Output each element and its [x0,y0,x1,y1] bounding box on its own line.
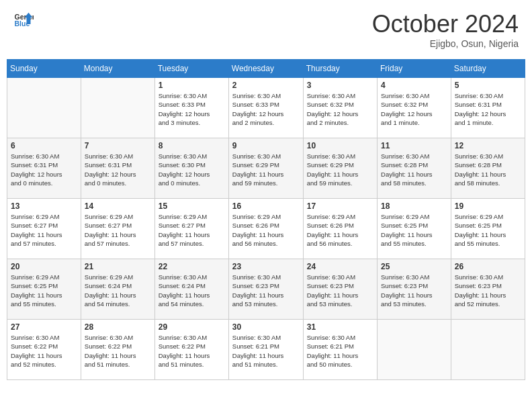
calendar-cell: 5Sunrise: 6:30 AM Sunset: 6:31 PM Daylig… [451,78,525,138]
calendar-cell: 22Sunrise: 6:30 AM Sunset: 6:24 PM Dayli… [154,259,228,320]
day-info: Sunrise: 6:29 AM Sunset: 6:26 PM Dayligh… [232,212,300,248]
calendar-cell: 11Sunrise: 6:30 AM Sunset: 6:28 PM Dayli… [378,138,451,199]
day-number: 2 [232,81,300,90]
day-number: 19 [455,201,521,211]
day-number: 25 [381,262,447,271]
col-header-wednesday: Wednesday [228,60,303,78]
calendar-cell: 14Sunrise: 6:29 AM Sunset: 6:27 PM Dayli… [81,199,154,259]
day-info: Sunrise: 6:30 AM Sunset: 6:24 PM Dayligh… [159,273,225,308]
calendar-cell: 4Sunrise: 6:30 AM Sunset: 6:32 PM Daylig… [378,78,451,138]
day-info: Sunrise: 6:30 AM Sunset: 6:23 PM Dayligh… [455,273,521,308]
day-info: Sunrise: 6:29 AM Sunset: 6:25 PM Dayligh… [455,212,521,248]
calendar-cell: 1Sunrise: 6:30 AM Sunset: 6:33 PM Daylig… [154,78,228,138]
day-number: 13 [11,201,77,211]
calendar-cell: 15Sunrise: 6:29 AM Sunset: 6:27 PM Dayli… [154,199,228,259]
day-info: Sunrise: 6:30 AM Sunset: 6:23 PM Dayligh… [381,273,447,308]
calendar-cell: 24Sunrise: 6:30 AM Sunset: 6:23 PM Dayli… [303,259,377,320]
day-info: Sunrise: 6:30 AM Sunset: 6:31 PM Dayligh… [85,152,151,187]
day-number: 3 [307,81,373,90]
col-header-monday: Monday [81,60,154,78]
day-number: 30 [232,322,300,332]
calendar-cell: 10Sunrise: 6:30 AM Sunset: 6:29 PM Dayli… [303,138,377,199]
calendar-cell: 21Sunrise: 6:29 AM Sunset: 6:24 PM Dayli… [81,259,154,320]
day-info: Sunrise: 6:30 AM Sunset: 6:33 PM Dayligh… [232,91,300,127]
calendar-cell: 28Sunrise: 6:30 AM Sunset: 6:22 PM Dayli… [81,320,154,380]
day-number: 15 [159,201,225,211]
col-header-thursday: Thursday [303,60,377,78]
location-subtitle: Ejigbo, Osun, Nigeria [372,38,519,49]
day-number: 21 [85,262,151,271]
day-number: 17 [307,201,373,211]
day-info: Sunrise: 6:29 AM Sunset: 6:26 PM Dayligh… [307,212,373,248]
day-number: 8 [159,141,225,150]
day-info: Sunrise: 6:30 AM Sunset: 6:22 PM Dayligh… [159,333,225,369]
day-info: Sunrise: 6:29 AM Sunset: 6:25 PM Dayligh… [11,273,77,308]
day-number: 6 [11,141,77,150]
col-header-sunday: Sunday [7,60,81,78]
day-number: 4 [381,81,447,90]
day-info: Sunrise: 6:30 AM Sunset: 6:23 PM Dayligh… [307,273,373,308]
col-header-friday: Friday [378,60,451,78]
day-info: Sunrise: 6:30 AM Sunset: 6:32 PM Dayligh… [381,91,447,127]
day-info: Sunrise: 6:30 AM Sunset: 6:31 PM Dayligh… [455,91,521,127]
calendar-cell [451,320,525,380]
day-info: Sunrise: 6:30 AM Sunset: 6:28 PM Dayligh… [455,152,521,187]
day-info: Sunrise: 6:30 AM Sunset: 6:21 PM Dayligh… [232,333,300,369]
month-title: October 2024 [372,10,519,38]
calendar-cell: 29Sunrise: 6:30 AM Sunset: 6:22 PM Dayli… [154,320,228,380]
day-info: Sunrise: 6:30 AM Sunset: 6:29 PM Dayligh… [232,152,300,187]
day-info: Sunrise: 6:30 AM Sunset: 6:29 PM Dayligh… [307,152,373,187]
logo: General Blue [13,10,34,30]
day-number: 28 [85,322,151,332]
calendar-week-row: 6Sunrise: 6:30 AM Sunset: 6:31 PM Daylig… [7,138,525,199]
calendar-cell: 16Sunrise: 6:29 AM Sunset: 6:26 PM Dayli… [228,199,303,259]
col-header-saturday: Saturday [451,60,525,78]
calendar-cell: 23Sunrise: 6:30 AM Sunset: 6:23 PM Dayli… [228,259,303,320]
calendar-cell: 9Sunrise: 6:30 AM Sunset: 6:29 PM Daylig… [228,138,303,199]
day-info: Sunrise: 6:30 AM Sunset: 6:22 PM Dayligh… [85,333,151,369]
day-number: 1 [159,81,225,90]
calendar-cell: 3Sunrise: 6:30 AM Sunset: 6:32 PM Daylig… [303,78,377,138]
calendar-cell: 25Sunrise: 6:30 AM Sunset: 6:23 PM Dayli… [378,259,451,320]
calendar-header-row: SundayMondayTuesdayWednesdayThursdayFrid… [7,60,525,78]
day-number: 16 [232,201,300,211]
page-header: General Blue October 2024 Ejigbo, Osun, … [7,7,525,52]
day-number: 18 [381,201,447,211]
day-number: 9 [232,141,300,150]
calendar-cell [7,78,81,138]
day-info: Sunrise: 6:29 AM Sunset: 6:27 PM Dayligh… [11,212,77,248]
day-number: 14 [85,201,151,211]
calendar-cell: 27Sunrise: 6:30 AM Sunset: 6:22 PM Dayli… [7,320,81,380]
calendar-cell [378,320,451,380]
calendar-cell: 13Sunrise: 6:29 AM Sunset: 6:27 PM Dayli… [7,199,81,259]
day-info: Sunrise: 6:30 AM Sunset: 6:23 PM Dayligh… [232,273,300,308]
calendar-cell [81,78,154,138]
day-number: 7 [85,141,151,150]
calendar-week-row: 20Sunrise: 6:29 AM Sunset: 6:25 PM Dayli… [7,259,525,320]
day-info: Sunrise: 6:29 AM Sunset: 6:27 PM Dayligh… [85,212,151,248]
calendar-cell: 31Sunrise: 6:30 AM Sunset: 6:21 PM Dayli… [303,320,377,380]
col-header-tuesday: Tuesday [154,60,228,78]
day-info: Sunrise: 6:30 AM Sunset: 6:21 PM Dayligh… [307,333,373,369]
title-area: October 2024 Ejigbo, Osun, Nigeria [372,10,519,49]
day-info: Sunrise: 6:30 AM Sunset: 6:31 PM Dayligh… [11,152,77,187]
calendar-cell: 7Sunrise: 6:30 AM Sunset: 6:31 PM Daylig… [81,138,154,199]
calendar-week-row: 13Sunrise: 6:29 AM Sunset: 6:27 PM Dayli… [7,199,525,259]
calendar-cell: 2Sunrise: 6:30 AM Sunset: 6:33 PM Daylig… [228,78,303,138]
calendar-cell: 30Sunrise: 6:30 AM Sunset: 6:21 PM Dayli… [228,320,303,380]
calendar-cell: 26Sunrise: 6:30 AM Sunset: 6:23 PM Dayli… [451,259,525,320]
day-number: 22 [159,262,225,271]
day-info: Sunrise: 6:30 AM Sunset: 6:30 PM Dayligh… [159,152,225,187]
calendar-week-row: 27Sunrise: 6:30 AM Sunset: 6:22 PM Dayli… [7,320,525,380]
day-info: Sunrise: 6:30 AM Sunset: 6:22 PM Dayligh… [11,333,77,369]
calendar-table: SundayMondayTuesdayWednesdayThursdayFrid… [7,59,525,380]
day-info: Sunrise: 6:30 AM Sunset: 6:33 PM Dayligh… [159,91,225,127]
day-number: 31 [307,322,373,332]
day-number: 27 [11,322,77,332]
logo-icon: General Blue [13,10,34,30]
calendar-cell: 18Sunrise: 6:29 AM Sunset: 6:25 PM Dayli… [378,199,451,259]
day-info: Sunrise: 6:29 AM Sunset: 6:24 PM Dayligh… [85,273,151,308]
day-number: 29 [159,322,225,332]
day-number: 26 [455,262,521,271]
calendar-cell: 12Sunrise: 6:30 AM Sunset: 6:28 PM Dayli… [451,138,525,199]
